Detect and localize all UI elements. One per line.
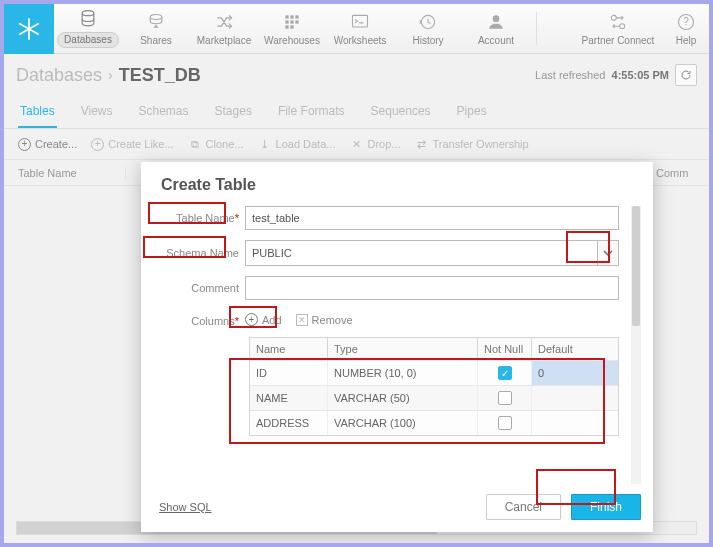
tab-schemas[interactable]: Schemas [136, 98, 190, 128]
dialog-scrollbar[interactable] [631, 206, 641, 484]
plus-icon: + [245, 313, 258, 326]
col-hdr-name: Name [250, 338, 328, 360]
col-hdr-default: Default [532, 338, 618, 360]
bg-col-comment[interactable]: Comm [647, 167, 697, 179]
nav-help[interactable]: ? Help [663, 4, 709, 53]
svg-rect-12 [290, 25, 293, 28]
action-load[interactable]: ⤓Load Data... [258, 137, 336, 151]
svg-point-17 [620, 23, 625, 28]
svg-point-16 [611, 15, 616, 20]
nav-label: Help [676, 35, 697, 46]
breadcrumb-row: Databases › TEST_DB Last refreshed 4:55:… [4, 54, 709, 92]
transfer-icon: ⇄ [414, 137, 428, 151]
nav-partner-connect[interactable]: Partner Connect [573, 4, 663, 53]
svg-rect-10 [295, 20, 298, 23]
nav-label: Worksheets [334, 35, 387, 46]
snowflake-logo [4, 4, 54, 54]
nav-label: Partner Connect [582, 35, 655, 46]
tab-sequences[interactable]: Sequences [369, 98, 433, 128]
action-drop[interactable]: ✕Drop... [349, 137, 400, 151]
table-row[interactable]: NAME VARCHAR (50) [250, 385, 618, 410]
action-bar: +Create... +Create Like... ⧉Clone... ⤓Lo… [4, 129, 709, 160]
refresh-button[interactable] [675, 64, 697, 86]
cell-type[interactable]: NUMBER (10, 0) [328, 361, 478, 385]
object-tabs: Tables Views Schemas Stages File Formats… [4, 92, 709, 129]
cell-default[interactable] [532, 411, 618, 435]
help-icon: ? [676, 12, 696, 32]
svg-rect-11 [285, 25, 288, 28]
col-hdr-type: Type [328, 338, 478, 360]
table-row[interactable]: ADDRESS VARCHAR (100) [250, 410, 618, 435]
nav-label: Shares [140, 35, 172, 46]
clone-icon: ⧉ [188, 137, 202, 151]
last-refreshed-label: Last refreshed 4:55:05 PM [535, 69, 669, 81]
label-columns: Columns* [159, 310, 245, 327]
user-icon [486, 12, 506, 32]
nav-warehouses[interactable]: Warehouses [258, 4, 326, 53]
nav-history[interactable]: History [394, 4, 462, 53]
breadcrumb-root[interactable]: Databases [16, 65, 102, 86]
tab-pipes[interactable]: Pipes [455, 98, 489, 128]
nav-account[interactable]: Account [462, 4, 530, 53]
svg-point-3 [82, 11, 94, 16]
nav-databases[interactable]: Databases [54, 4, 122, 53]
breadcrumb-name: TEST_DB [119, 65, 201, 86]
add-column-button[interactable]: +Add [245, 313, 282, 326]
cell-name[interactable]: ID [250, 361, 328, 385]
cell-name[interactable]: ADDRESS [250, 411, 328, 435]
nav-label: Databases [57, 32, 119, 48]
schema-select-value[interactable]: PUBLIC [245, 240, 597, 266]
cell-default[interactable]: 0 [532, 361, 618, 385]
history-icon [418, 12, 438, 32]
svg-rect-5 [285, 15, 288, 18]
cell-default[interactable] [532, 386, 618, 410]
action-create-like[interactable]: +Create Like... [91, 138, 173, 151]
notnull-checkbox[interactable]: ✓ [498, 366, 512, 380]
finish-button[interactable]: Finish [571, 494, 641, 520]
shuffle-icon [214, 12, 234, 32]
cancel-button[interactable]: Cancel [486, 494, 561, 520]
svg-rect-6 [290, 15, 293, 18]
x-icon: ✕ [296, 314, 308, 326]
bg-col-table-name[interactable]: Table Name [16, 167, 126, 179]
notnull-checkbox[interactable] [498, 416, 512, 430]
plus-icon: + [91, 138, 104, 151]
schema-select-button[interactable] [597, 240, 619, 266]
db-stack-icon [78, 9, 98, 29]
cell-name[interactable]: NAME [250, 386, 328, 410]
create-table-dialog: Create Table Table Name* Schema Name PUB… [141, 162, 653, 532]
tab-stages[interactable]: Stages [213, 98, 254, 128]
show-sql-link[interactable]: Show SQL [159, 501, 212, 513]
label-table-name: Table Name* [159, 212, 245, 224]
svg-rect-7 [295, 15, 298, 18]
nav-shares[interactable]: Shares [122, 4, 190, 53]
remove-column-button[interactable]: ✕Remove [296, 314, 353, 326]
action-clone[interactable]: ⧉Clone... [188, 137, 244, 151]
cell-type[interactable]: VARCHAR (50) [328, 386, 478, 410]
tab-views[interactable]: Views [79, 98, 115, 128]
share-icon [146, 12, 166, 32]
tab-file-formats[interactable]: File Formats [276, 98, 347, 128]
table-name-input[interactable] [245, 206, 619, 230]
scrollbar-thumb[interactable] [632, 206, 640, 326]
dialog-title: Create Table [159, 176, 641, 194]
nav-marketplace[interactable]: Marketplace [190, 4, 258, 53]
columns-header: Name Type Not Null Default [250, 338, 618, 360]
nav-label: Warehouses [264, 35, 320, 46]
action-transfer[interactable]: ⇄Transfer Ownership [414, 137, 528, 151]
action-create[interactable]: +Create... [18, 138, 77, 151]
drop-icon: ✕ [349, 137, 363, 151]
snowflake-icon [16, 16, 42, 42]
table-row[interactable]: ID NUMBER (10, 0) ✓ 0 [250, 360, 618, 385]
toolbar-separator [536, 12, 537, 45]
nav-label: Marketplace [197, 35, 251, 46]
cell-type[interactable]: VARCHAR (100) [328, 411, 478, 435]
notnull-checkbox[interactable] [498, 391, 512, 405]
swap-icon [608, 12, 628, 32]
dialog-footer: Show SQL Cancel Finish [159, 484, 641, 520]
tab-tables[interactable]: Tables [18, 98, 57, 128]
comment-input[interactable] [245, 276, 619, 300]
nav-label: History [412, 35, 443, 46]
nav-worksheets[interactable]: Worksheets [326, 4, 394, 53]
svg-rect-9 [290, 20, 293, 23]
